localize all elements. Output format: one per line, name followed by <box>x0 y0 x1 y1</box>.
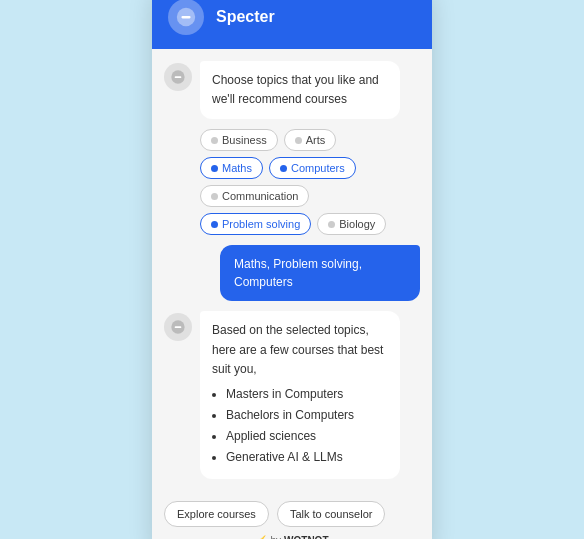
topic-business[interactable]: Business <box>200 129 278 151</box>
course-item-3: Applied sciences <box>226 427 388 445</box>
topic-arts-dot <box>295 137 302 144</box>
chat-body: Choose topics that you like and we'll re… <box>152 49 432 491</box>
topic-problem-solving[interactable]: Problem solving <box>200 213 311 235</box>
user-reply-bubble: Maths, Problem solving, Computers <box>220 245 420 301</box>
bot-message-row-2: Based on the selected topics, here are a… <box>164 311 420 479</box>
topics-row-4: Problem solving Biology <box>200 213 420 235</box>
explore-courses-button[interactable]: Explore courses <box>164 501 269 527</box>
topic-maths-dot <box>211 165 218 172</box>
wotnot-brand: WOTNOT <box>284 535 328 539</box>
topic-computers-dot <box>280 165 287 172</box>
bot-icon-1 <box>170 69 186 85</box>
chat-footer: Explore courses Talk to counselor ⚡ by W… <box>152 491 432 539</box>
course-item-4: Generative AI & LLMs <box>226 448 388 466</box>
bot-message-row-1: Choose topics that you like and we'll re… <box>164 61 420 119</box>
topic-computers[interactable]: Computers <box>269 157 356 179</box>
svg-rect-5 <box>175 327 182 329</box>
courses-list: Masters in Computers Bachelors in Comput… <box>212 385 388 466</box>
topics-row-1: Business Arts <box>200 129 420 151</box>
topic-communication[interactable]: Communication <box>200 185 309 207</box>
header-title: Specter <box>216 8 275 26</box>
bot-message-bubble-1: Choose topics that you like and we'll re… <box>200 61 400 119</box>
topic-communication-dot <box>211 193 218 200</box>
topic-biology[interactable]: Biology <box>317 213 386 235</box>
svg-rect-1 <box>181 16 190 18</box>
topic-biology-label: Biology <box>339 218 375 230</box>
topic-biology-dot <box>328 221 335 228</box>
topics-row-2: Maths Computers <box>200 157 420 179</box>
user-reply-text: Maths, Problem solving, Computers <box>234 257 362 289</box>
topic-communication-label: Communication <box>222 190 298 202</box>
topic-business-dot <box>211 137 218 144</box>
bot-text-1: Choose topics that you like and we'll re… <box>212 73 379 106</box>
header-avatar <box>168 0 204 35</box>
bot-avatar-2 <box>164 313 192 341</box>
talk-to-counselor-button[interactable]: Talk to counselor <box>277 501 386 527</box>
bot-avatar-1 <box>164 63 192 91</box>
powered-by: ⚡ by WOTNOT <box>164 535 420 539</box>
chat-widget: Specter Choose topics that you like and … <box>152 0 432 539</box>
bot-text-2: Based on the selected topics, here are a… <box>212 323 383 375</box>
topic-problem-solving-label: Problem solving <box>222 218 300 230</box>
topic-problem-solving-dot <box>211 221 218 228</box>
topic-maths-label: Maths <box>222 162 252 174</box>
topic-maths[interactable]: Maths <box>200 157 263 179</box>
bot-message-bubble-2: Based on the selected topics, here are a… <box>200 311 400 479</box>
topic-arts[interactable]: Arts <box>284 129 337 151</box>
topic-arts-label: Arts <box>306 134 326 146</box>
footer-buttons: Explore courses Talk to counselor <box>164 501 420 527</box>
course-item-1: Masters in Computers <box>226 385 388 403</box>
bot-icon-2 <box>170 319 186 335</box>
chat-header: Specter <box>152 0 432 49</box>
topics-container: Business Arts Maths Computers <box>200 129 420 235</box>
topic-computers-label: Computers <box>291 162 345 174</box>
svg-rect-3 <box>175 76 182 78</box>
powered-by-text: by <box>271 535 282 539</box>
lightning-icon: ⚡ <box>256 535 268 539</box>
course-item-2: Bachelors in Computers <box>226 406 388 424</box>
topic-business-label: Business <box>222 134 267 146</box>
topics-row-3: Communication <box>200 185 420 207</box>
specter-logo-icon <box>175 6 197 28</box>
